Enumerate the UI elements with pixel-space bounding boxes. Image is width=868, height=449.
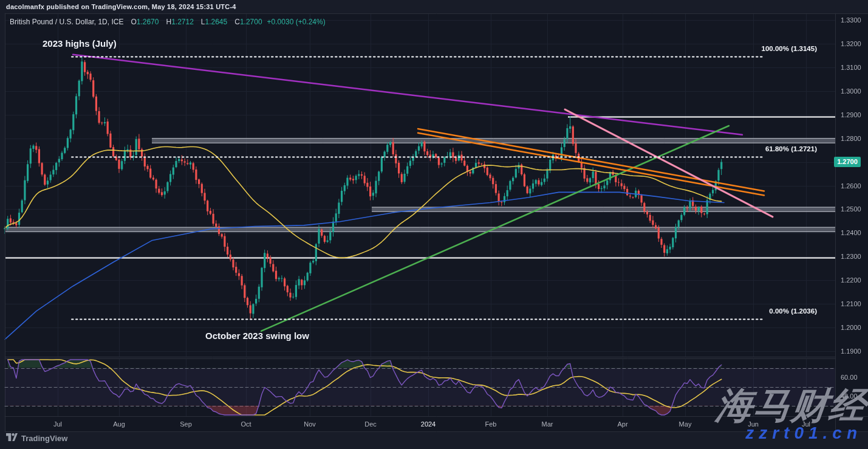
price-tick-label: 1.3000 <box>841 87 861 95</box>
price-tick-label: 1.2400 <box>841 229 861 236</box>
price-tick-label: 1.3200 <box>841 40 861 47</box>
fib-label-618: 61.80% (1.2721) <box>765 145 817 153</box>
annotation-october-low: October 2023 swing low <box>205 331 309 341</box>
time-tick-label: Feb <box>485 420 497 428</box>
price-tick-label: 1.3300 <box>841 16 861 24</box>
price-tick-label: 1.2900 <box>841 111 861 118</box>
rsi-tick-label: 60.00 <box>841 374 858 381</box>
time-tick-label: Sep <box>180 420 192 428</box>
price-tick-label: 1.2800 <box>841 135 861 142</box>
watermark-site: zzrt01.cn <box>745 423 862 443</box>
time-tick-label: Aug <box>113 420 125 428</box>
time-tick-label: Nov <box>304 420 316 428</box>
last-price-badge: 1.2700 <box>834 157 861 167</box>
ohlc-high: H1.2712 <box>163 18 193 26</box>
tradingview-logo-icon <box>6 433 18 444</box>
symbol-title: British Pound / U.S. Dollar, 1D, ICE <box>10 18 123 26</box>
price-tick-label: 1.2100 <box>841 300 861 307</box>
price-tick-label: 1.2000 <box>841 324 861 331</box>
fib-label-0: 0.00% (1.2036) <box>769 307 817 315</box>
ohlc-open: O1.2670 <box>128 18 159 26</box>
price-tick-label: 1.2200 <box>841 276 861 284</box>
tradingview-attribution[interactable]: TradingView <box>6 433 67 444</box>
time-tick-label: 2024 <box>421 420 436 428</box>
publisher-bar: dacolmanfx published on TradingView.com,… <box>6 3 236 10</box>
time-tick-label: Mar <box>542 420 553 428</box>
tradingview-brand-text: TradingView <box>21 434 67 443</box>
time-tick-label: Oct <box>241 420 251 428</box>
price-change: +0.0030 (+0.24%) <box>267 18 326 26</box>
ohlc-low: L1.2645 <box>199 18 227 26</box>
price-tick-label: 1.2600 <box>841 182 861 190</box>
tradingview-published-chart: dacolmanfx published on TradingView.com,… <box>0 0 868 449</box>
time-tick-label: Apr <box>617 420 627 428</box>
fib-label-100: 100.00% (1.3145) <box>762 45 817 52</box>
time-tick-label: Jul <box>53 420 62 428</box>
time-tick-label: Dec <box>364 420 377 428</box>
symbol-info-bar[interactable]: British Pound / U.S. Dollar, 1D, ICE O1.… <box>10 18 326 26</box>
time-tick-label: May <box>679 420 692 428</box>
price-tick-label: 1.3100 <box>841 64 861 71</box>
ohlc-close: C1.2700 <box>232 18 262 26</box>
annotation-2023-highs: 2023 highs (July) <box>43 38 117 49</box>
price-tick-label: 1.2300 <box>841 253 861 260</box>
price-tick-label: 1.2500 <box>841 205 861 213</box>
price-tick-label: 1.1900 <box>841 348 861 355</box>
